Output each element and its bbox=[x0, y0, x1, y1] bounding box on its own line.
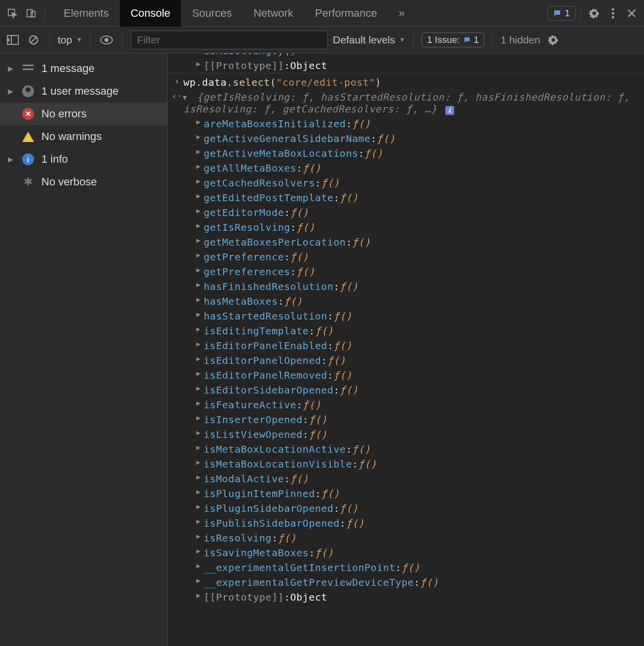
disclosure-triangle-icon[interactable]: ▶ bbox=[196, 207, 201, 215]
filter-input[interactable] bbox=[131, 31, 328, 49]
disclosure-triangle-icon[interactable]: ▶ bbox=[8, 65, 15, 72]
object-property-row[interactable]: ▶isSavingMetaBoxes: ƒ () bbox=[168, 545, 644, 560]
object-property-row[interactable]: ▶isInserterOpened: ƒ () bbox=[168, 412, 644, 427]
object-property-row[interactable]: ▶getActiveMetaBoxLocations: ƒ () bbox=[168, 146, 644, 161]
tab-console[interactable]: Console bbox=[120, 0, 181, 27]
disclosure-triangle-icon[interactable]: ▶ bbox=[196, 532, 201, 540]
object-property-row[interactable]: ▶__experimentalGetPreviewDeviceType: ƒ (… bbox=[168, 575, 644, 590]
object-prototype-row[interactable]: ▶ [[Prototype]]: Object bbox=[168, 58, 644, 73]
disclosure-triangle-icon[interactable]: ▶ bbox=[196, 399, 201, 407]
object-prototype-row[interactable]: ▶ [[Prototype]]: Object bbox=[168, 590, 644, 605]
sidebar-filter-item[interactable]: ✕No errors bbox=[0, 103, 167, 125]
disclosure-triangle-icon[interactable]: ▶ bbox=[196, 295, 201, 303]
object-property-row[interactable]: ▶getPreference: ƒ () bbox=[168, 250, 644, 264]
object-property-row[interactable]: ▶hasFinishedResolution: ƒ () bbox=[168, 279, 644, 294]
disclosure-triangle-icon[interactable]: ▶ bbox=[196, 473, 201, 481]
tab-overflow[interactable]: » bbox=[388, 0, 415, 27]
object-property-row[interactable]: ▶areMetaBoxesInitialized: ƒ () bbox=[168, 116, 644, 131]
disclosure-triangle-icon[interactable]: ▶ bbox=[8, 87, 15, 95]
disclosure-triangle-icon[interactable]: ▶ bbox=[196, 517, 201, 525]
sidebar-toggle-icon[interactable] bbox=[5, 32, 21, 48]
disclosure-triangle-icon[interactable]: ▶ bbox=[196, 547, 201, 555]
tab-elements[interactable]: Elements bbox=[53, 0, 120, 27]
disclosure-triangle-icon[interactable]: ▶ bbox=[196, 60, 201, 68]
object-property-row[interactable]: ▶hasStartedResolution: ƒ () bbox=[168, 309, 644, 323]
disclosure-triangle-icon[interactable]: ▶ bbox=[196, 429, 201, 436]
info-chip-icon[interactable]: i bbox=[445, 106, 454, 115]
sidebar-filter-item[interactable]: No warnings bbox=[0, 125, 167, 148]
object-property-row[interactable]: ▶isEditorPanelOpened: ƒ () bbox=[168, 353, 644, 368]
object-property-row[interactable]: ▶isEditorSidebarOpened: ƒ () bbox=[168, 383, 644, 397]
object-property-row[interactable]: ▶getEditedPostTemplate: ƒ () bbox=[168, 190, 644, 205]
object-property-row[interactable]: ▶getPreferences: ƒ () bbox=[168, 264, 644, 279]
disclosure-triangle-icon[interactable]: ▶ bbox=[196, 266, 201, 274]
tab-performance[interactable]: Performance bbox=[304, 0, 388, 27]
disclosure-triangle-icon[interactable]: ▶ bbox=[196, 414, 201, 422]
disclosure-triangle-icon[interactable]: ▶ bbox=[196, 502, 201, 510]
disclosure-triangle-icon[interactable]: ▶ bbox=[196, 355, 201, 362]
issues-badge[interactable]: 1 Issue: 1 bbox=[422, 33, 484, 47]
object-property-row[interactable]: ▶ isResolving: ƒ () bbox=[168, 53, 644, 58]
object-property-row[interactable]: ▶getAllMetaBoxes: ƒ () bbox=[168, 161, 644, 176]
disclosure-triangle-icon[interactable]: ▶ bbox=[196, 325, 201, 333]
disclosure-triangle-icon[interactable]: ▶ bbox=[196, 133, 201, 141]
object-property-row[interactable]: ▶getIsResolving: ƒ () bbox=[168, 220, 644, 235]
console-result[interactable]: ‹· ▶ {getIsResolving: ƒ, hasStartedResol… bbox=[168, 90, 644, 116]
disclosure-triangle-icon[interactable]: ▶ bbox=[196, 251, 201, 259]
disclosure-triangle-icon[interactable]: ▶ bbox=[196, 340, 201, 348]
object-property-row[interactable]: ▶isEditorPanelEnabled: ƒ () bbox=[168, 338, 644, 353]
object-property-row[interactable]: ▶getEditorMode: ƒ () bbox=[168, 205, 644, 220]
object-property-row[interactable]: ▶isPluginItemPinned: ƒ () bbox=[168, 486, 644, 501]
disclosure-triangle-icon[interactable]: ▶ bbox=[196, 591, 201, 599]
object-property-row[interactable]: ▶hasMetaBoxes: ƒ () bbox=[168, 294, 644, 309]
disclosure-triangle-icon[interactable]: ▶ bbox=[181, 96, 189, 101]
object-property-row[interactable]: ▶isFeatureActive: ƒ () bbox=[168, 397, 644, 412]
inspect-element-icon[interactable] bbox=[4, 5, 21, 22]
disclosure-triangle-icon[interactable]: ▶ bbox=[196, 488, 201, 496]
disclosure-triangle-icon[interactable]: ▶ bbox=[196, 177, 201, 185]
hidden-count[interactable]: 1 hidden bbox=[501, 34, 540, 46]
disclosure-triangle-icon[interactable]: ▶ bbox=[196, 162, 201, 170]
live-expression-icon[interactable] bbox=[99, 32, 114, 48]
sidebar-filter-item[interactable]: ▶1 user message bbox=[0, 80, 167, 103]
object-property-row[interactable]: ▶getMetaBoxesPerLocation: ƒ () bbox=[168, 235, 644, 250]
disclosure-triangle-icon[interactable]: ▶ bbox=[196, 192, 201, 200]
disclosure-triangle-icon[interactable]: ▶ bbox=[196, 147, 201, 155]
close-icon[interactable] bbox=[623, 5, 640, 22]
tab-network[interactable]: Network bbox=[243, 0, 304, 27]
sidebar-filter-item[interactable]: No verbose bbox=[0, 171, 167, 193]
disclosure-triangle-icon[interactable]: ▶ bbox=[8, 155, 15, 163]
context-selector[interactable]: top ▼ bbox=[58, 34, 82, 46]
settings-icon[interactable] bbox=[586, 5, 603, 22]
disclosure-triangle-icon[interactable]: ▶ bbox=[196, 458, 201, 466]
object-property-row[interactable]: ▶isResolving: ƒ () bbox=[168, 531, 644, 545]
sidebar-filter-item[interactable]: ▶i1 info bbox=[0, 148, 167, 171]
tab-sources[interactable]: Sources bbox=[181, 0, 243, 27]
messages-badge[interactable]: 1 bbox=[547, 6, 575, 21]
kebab-menu-icon[interactable] bbox=[605, 5, 621, 22]
disclosure-triangle-icon[interactable]: ▶ bbox=[196, 281, 201, 288]
disclosure-triangle-icon[interactable]: ▶ bbox=[196, 310, 201, 318]
clear-console-icon[interactable] bbox=[26, 32, 41, 48]
disclosure-triangle-icon[interactable]: ▶ bbox=[196, 236, 201, 244]
object-property-row[interactable]: ▶isMetaBoxLocationActive: ƒ () bbox=[168, 442, 644, 457]
disclosure-triangle-icon[interactable]: ▶ bbox=[196, 576, 201, 584]
disclosure-triangle-icon[interactable]: ▶ bbox=[196, 443, 201, 451]
object-property-row[interactable]: ▶isModalActive: ƒ () bbox=[168, 471, 644, 486]
object-property-row[interactable]: ▶isPluginSidebarOpened: ƒ () bbox=[168, 501, 644, 516]
object-property-row[interactable]: ▶isEditorPanelRemoved: ƒ () bbox=[168, 368, 644, 383]
disclosure-triangle-icon[interactable]: ▶ bbox=[196, 369, 201, 377]
disclosure-triangle-icon[interactable]: ▶ bbox=[196, 221, 201, 229]
object-property-row[interactable]: ▶isEditingTemplate: ƒ () bbox=[168, 323, 644, 338]
object-property-row[interactable]: ▶isListViewOpened: ƒ () bbox=[168, 427, 644, 442]
disclosure-triangle-icon[interactable]: ▶ bbox=[196, 118, 201, 126]
object-property-row[interactable]: ▶__experimentalGetInsertionPoint: ƒ () bbox=[168, 560, 644, 575]
disclosure-triangle-icon[interactable]: ▶ bbox=[196, 562, 201, 570]
device-toolbar-icon[interactable] bbox=[23, 5, 39, 22]
sidebar-filter-item[interactable]: ▶1 message bbox=[0, 57, 167, 80]
console-settings-icon[interactable] bbox=[545, 32, 561, 48]
log-levels-selector[interactable]: Default levels ▼ bbox=[333, 34, 405, 46]
disclosure-triangle-icon[interactable]: ▶ bbox=[196, 384, 201, 392]
object-property-row[interactable]: ▶getActiveGeneralSidebarName: ƒ () bbox=[168, 131, 644, 146]
object-property-row[interactable]: ▶isMetaBoxLocationVisible: ƒ () bbox=[168, 457, 644, 471]
